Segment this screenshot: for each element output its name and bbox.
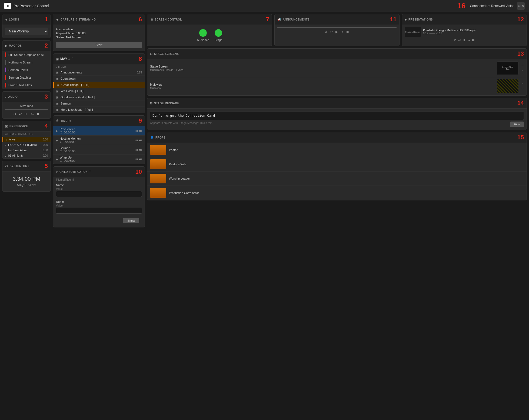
capture-content: File Location: Elapsed Time: 0:00:00 Sta… (53, 25, 145, 51)
timer-next-btn-2[interactable]: ⏭ (139, 148, 142, 151)
presentations-name: Powderful Energy - Medium - HD 1080.mp4 (423, 29, 524, 32)
audio-stop-btn[interactable]: ⏹ (36, 112, 40, 116)
prop-item-3[interactable]: Production Corrdinator (147, 186, 527, 200)
timer-prev-btn-2[interactable]: ⏮ (135, 148, 138, 151)
announce-loop-btn[interactable]: ↺ (325, 30, 327, 34)
child-notification-expand[interactable]: ⌃ (89, 170, 91, 174)
stage-screen-label: Stage (215, 38, 222, 42)
audio-back-btn[interactable]: ↩ (19, 112, 22, 116)
plan-item-3[interactable]: ▣ Yes I Will - [ Full ] (53, 88, 145, 94)
looks-select[interactable]: Main Worship (5, 28, 48, 35)
macro-bar-4 (5, 83, 6, 88)
prop-item-2[interactable]: Worship Leader (147, 172, 527, 186)
child-notification-room-field: Room Value: (53, 199, 145, 216)
stage-message-header: ⊞ STAGE MESSAGE 14 (147, 98, 527, 109)
stage-message-title: STAGE MESSAGE (154, 102, 179, 105)
preservice-item-0[interactable]: ♪ Alive 0:00 (2, 137, 51, 142)
child-field-input-room[interactable] (56, 208, 142, 214)
stage-message-hide-button[interactable]: Hide (510, 122, 524, 127)
child-field-input-name[interactable] (56, 191, 142, 197)
announce-fwd-btn[interactable]: ↪ (341, 30, 343, 34)
stage-screen-chevron-0[interactable]: ⌃⌄ (521, 64, 524, 72)
timer-expand-3[interactable]: ▶ (56, 158, 58, 161)
pres-pause-btn[interactable]: ⏸ (463, 38, 466, 42)
macro-item-3[interactable]: Sermon Graphics (2, 74, 51, 81)
plan-item-6[interactable]: ▣ More Like Jesus - [ Full ] (53, 107, 145, 113)
announce-back-btn[interactable]: ↩ (330, 30, 333, 34)
timer-time-2: ⏱00:35:00 (60, 150, 133, 153)
stage-message-text[interactable]: Don't forget the Connection Card (150, 111, 524, 120)
announcements-controls: ↺ ↩ ▶ ↪ ⏹ (277, 30, 397, 34)
timer-expand-0[interactable]: ▶ (56, 129, 58, 132)
presentations-time-row: 0:12 —— -0:17 (423, 32, 524, 35)
plan-item-icon-2: ▣ (57, 83, 59, 86)
macros-section-num: 2 (45, 42, 48, 49)
announce-play-btn[interactable]: ▶ (335, 30, 338, 34)
child-show-button[interactable]: Show (123, 218, 139, 223)
plan-expand-btn[interactable]: ⌃ (71, 57, 74, 61)
child-field-sublabel-room: Value: (56, 204, 142, 207)
plan-item-0[interactable]: ▣ Announcements 0:25 (53, 69, 145, 76)
plan-item-time-0: 0:25 (137, 71, 142, 74)
plan-item-5[interactable]: ▣ Sermon (53, 100, 145, 107)
macro-item-4[interactable]: Lower Third Titles (2, 81, 51, 89)
stage-screens-panel: ⊞ STAGE SCREENS 13 Stage Screen MultiTra… (147, 48, 527, 96)
plan-item-4[interactable]: ▣ Goodness of God - [ Full ] (53, 94, 145, 100)
macro-item-1[interactable]: Nothing to Stream (2, 59, 51, 66)
capture-start-button[interactable]: Start (56, 42, 142, 48)
multiview-thumb (497, 79, 518, 93)
preservice-item-1[interactable]: ♪ HOLY SPIRIT (Lyrics) - Kari Jobe and C… (2, 142, 51, 147)
props-icon: 👤 (150, 136, 154, 139)
timer-prev-btn-3[interactable]: ⏮ (135, 157, 138, 161)
announcements-section-num: 11 (390, 16, 397, 23)
macro-item-0[interactable]: Full Screen Graphics on All (2, 51, 51, 59)
audio-pause-btn[interactable]: ⏸ (25, 112, 28, 116)
plan-item-icon-3: ▣ (56, 90, 58, 93)
prop-thumb-2 (150, 174, 166, 183)
timer-prev-btn-1[interactable]: ⏮ (135, 139, 138, 142)
timer-next-btn-1[interactable]: ⏭ (139, 139, 142, 142)
pres-time-start: 0:12 (423, 32, 428, 35)
plan-panel: ▣ MAY 1 ⌃ 8 7 ITEMS ▣ Announcements 0:25… (53, 53, 145, 113)
prop-item-1[interactable]: Pastor's Wife (147, 157, 527, 172)
pres-loop-btn[interactable]: ↺ (454, 38, 457, 42)
timer-expand-2[interactable]: ▶ (56, 148, 58, 151)
preservice-meta: 4 ITEMS • 0 MINUTES (2, 132, 51, 137)
audio-title: AUDIO (8, 95, 18, 98)
child-notification-name-field: Name Value: (53, 182, 145, 199)
preservice-list: ♪ Alive 0:00 ♪ HOLY SPIRIT (Lyrics) - Ka… (2, 137, 51, 158)
presentations-section-num: 12 (517, 16, 524, 23)
stage-screen-chevron-1[interactable]: ⌃⌄ (521, 82, 524, 90)
props-header: 👤 PROPS 15 (147, 132, 527, 143)
plan-item-2[interactable]: ▣ Great Things - [ Full ] (53, 82, 145, 88)
stage-screen-indicator: Stage (215, 29, 222, 42)
stage-screens-header: ⊞ STAGE SCREENS 13 (147, 49, 527, 59)
audio-loop-btn[interactable]: ↺ (13, 112, 16, 116)
macro-item-2[interactable]: Sermon Points (2, 66, 51, 74)
timer-header-1: ▶ Hosting Moment ⏱00:07:00 ⏮ ⏭ (53, 136, 145, 145)
stage-screen-dot[interactable] (215, 29, 222, 37)
prop-item-0[interactable]: Pastor (147, 143, 527, 157)
pres-stop-btn[interactable]: ⏹ (472, 38, 475, 42)
timers-section-num: 9 (139, 117, 142, 124)
timer-next-btn-3[interactable]: ⏭ (139, 157, 142, 161)
audience-screen-dot[interactable] (199, 29, 207, 37)
macro-bar-1 (5, 60, 6, 65)
pres-back-btn[interactable]: ↩ (458, 38, 461, 42)
audio-fwd-btn[interactable]: ↪ (31, 112, 34, 116)
preservice-item-3[interactable]: ♪ 01 Almighty 0:00 (2, 153, 51, 158)
announce-stop-btn[interactable]: ⏹ (346, 30, 349, 34)
audio-icon: ♪ (5, 95, 7, 98)
timer-prev-btn-0[interactable]: ⏮ (135, 129, 138, 132)
timer-expand-1[interactable]: ▶ (56, 139, 58, 142)
plan-title: MAY 1 (60, 57, 70, 61)
pres-fwd-btn[interactable]: ↪ (467, 38, 470, 42)
macro-bar-0 (5, 52, 6, 57)
preservice-item-2[interactable]: ♪ In Christ Alone 0:00 (2, 147, 51, 153)
stage-message-footer: Appears in objects with "Stage Message" … (150, 122, 524, 127)
timer-header-2: ▶ Sermon ⏱00:35:00 ⏮ ⏭ (53, 145, 145, 154)
timer-next-btn-0[interactable]: ⏭ (139, 129, 142, 132)
plan-item-1[interactable]: ▣ Countdown (53, 76, 145, 82)
presentations-panel: ▶ PRESENTATIONS 12 Powderful Energy Powd… (402, 14, 527, 46)
settings-button[interactable]: ⚙ ∨ (517, 2, 525, 10)
